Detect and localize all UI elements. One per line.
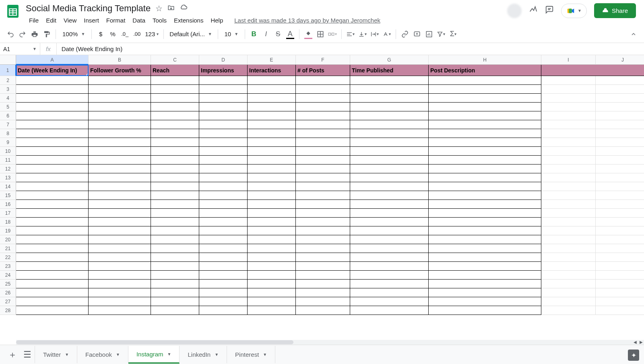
chevron-down-icon[interactable]: ▼ xyxy=(215,352,219,357)
cell[interactable] xyxy=(199,147,248,156)
cell[interactable] xyxy=(596,76,644,85)
cell[interactable] xyxy=(199,262,248,271)
row-header[interactable]: 4 xyxy=(0,94,16,103)
cell[interactable] xyxy=(89,182,151,191)
cell[interactable] xyxy=(429,85,541,94)
cell[interactable]: Follower Growth % xyxy=(89,65,151,76)
cell[interactable] xyxy=(151,156,199,165)
cell[interactable] xyxy=(151,306,199,315)
column-header[interactable]: B xyxy=(89,55,151,65)
cell[interactable] xyxy=(89,76,151,85)
cell[interactable] xyxy=(541,182,596,191)
cell[interactable] xyxy=(296,262,350,271)
row-header[interactable]: 3 xyxy=(0,85,16,94)
cell[interactable] xyxy=(199,297,248,306)
cell[interactable] xyxy=(429,94,541,103)
cell[interactable] xyxy=(350,147,429,156)
cell[interactable] xyxy=(248,244,296,253)
cell[interactable] xyxy=(16,94,89,103)
cell[interactable] xyxy=(596,253,644,262)
cell[interactable] xyxy=(89,191,151,200)
cell[interactable] xyxy=(429,120,541,129)
scroll-left-icon[interactable]: ◀ xyxy=(632,340,638,345)
cell[interactable] xyxy=(429,288,541,297)
sheet-tab-facebook[interactable]: Facebook▼ xyxy=(77,346,128,363)
cell[interactable] xyxy=(248,85,296,94)
cell[interactable] xyxy=(296,173,350,182)
cell[interactable] xyxy=(199,253,248,262)
cell[interactable] xyxy=(350,94,429,103)
meet-button[interactable]: ▼ xyxy=(561,4,587,18)
cell[interactable] xyxy=(429,297,541,306)
cell[interactable] xyxy=(541,129,596,138)
cell[interactable] xyxy=(248,76,296,85)
cell[interactable] xyxy=(151,120,199,129)
cell[interactable] xyxy=(89,235,151,244)
cell[interactable] xyxy=(248,94,296,103)
cell[interactable]: Date (Week Ending In) xyxy=(16,65,89,76)
cell[interactable] xyxy=(248,103,296,111)
cell[interactable] xyxy=(296,235,350,244)
cell[interactable] xyxy=(151,147,199,156)
cell[interactable] xyxy=(429,191,541,200)
row-header[interactable]: 24 xyxy=(0,271,16,280)
cell[interactable] xyxy=(350,297,429,306)
cell[interactable] xyxy=(248,271,296,280)
cell[interactable] xyxy=(296,138,350,147)
sheet-tab-linkedin[interactable]: LinkedIn▼ xyxy=(180,346,227,363)
cell[interactable] xyxy=(89,253,151,262)
cell[interactable] xyxy=(248,226,296,235)
cell[interactable] xyxy=(541,271,596,280)
row-header[interactable]: 10 xyxy=(0,147,16,156)
cell[interactable] xyxy=(429,111,541,120)
cell[interactable]: Impressions xyxy=(199,65,248,76)
cell[interactable] xyxy=(89,94,151,103)
cell[interactable] xyxy=(89,138,151,147)
cell[interactable] xyxy=(296,129,350,138)
cell[interactable] xyxy=(350,129,429,138)
cell[interactable] xyxy=(16,271,89,280)
row-header[interactable]: 23 xyxy=(0,262,16,271)
cell[interactable] xyxy=(350,226,429,235)
merge-cells-button[interactable]: ▾ xyxy=(327,29,338,40)
filter-button[interactable]: ▾ xyxy=(436,29,447,40)
column-header[interactable]: C xyxy=(151,55,199,65)
menu-extensions[interactable]: Extensions xyxy=(171,15,206,25)
sheet-tab-pinterest[interactable]: Pinterest▼ xyxy=(227,346,275,363)
cell[interactable] xyxy=(89,218,151,226)
cell[interactable] xyxy=(350,165,429,173)
cell[interactable] xyxy=(89,306,151,315)
decrease-decimal-icon[interactable]: .0_ xyxy=(119,29,130,40)
chevron-down-icon[interactable]: ▼ xyxy=(116,352,120,357)
cell[interactable] xyxy=(429,129,541,138)
fill-color-button[interactable] xyxy=(303,29,314,40)
cell[interactable] xyxy=(541,111,596,120)
add-sheet-icon[interactable]: ＋ xyxy=(5,345,20,364)
column-header[interactable]: H xyxy=(429,55,541,65)
cell[interactable] xyxy=(296,76,350,85)
cell[interactable] xyxy=(16,226,89,235)
column-header[interactable]: J xyxy=(596,55,644,65)
cell[interactable] xyxy=(296,297,350,306)
cell[interactable] xyxy=(541,191,596,200)
vertical-align-button[interactable]: ▾ xyxy=(357,29,368,40)
cell[interactable] xyxy=(16,244,89,253)
chevron-down-icon[interactable]: ▼ xyxy=(65,352,69,357)
font-size-dropdown[interactable]: 10▼ xyxy=(221,31,242,37)
menu-data[interactable]: Data xyxy=(129,15,149,25)
cell[interactable] xyxy=(151,235,199,244)
cell[interactable] xyxy=(248,253,296,262)
menu-insert[interactable]: Insert xyxy=(80,15,102,25)
cell[interactable] xyxy=(89,120,151,129)
cell[interactable] xyxy=(151,182,199,191)
cell[interactable] xyxy=(541,147,596,156)
cell[interactable] xyxy=(89,200,151,209)
scroll-right-icon[interactable]: ▶ xyxy=(638,340,644,345)
cell[interactable] xyxy=(296,94,350,103)
horizontal-scrollbar[interactable] xyxy=(16,340,632,345)
cell[interactable] xyxy=(199,244,248,253)
cell[interactable] xyxy=(296,191,350,200)
cell[interactable] xyxy=(151,288,199,297)
menu-format[interactable]: Format xyxy=(103,15,129,25)
cell[interactable] xyxy=(16,253,89,262)
